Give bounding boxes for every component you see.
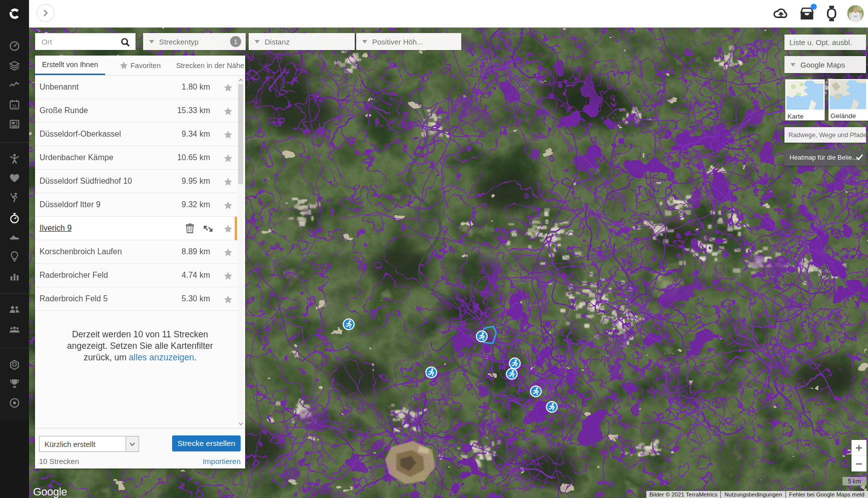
svg-text:31: 31: [12, 104, 17, 109]
